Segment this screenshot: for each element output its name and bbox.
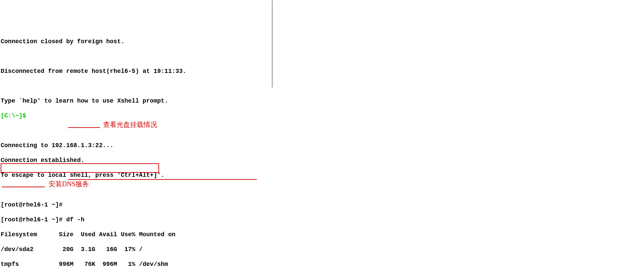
output-line: Disconnected from remote host(rhel6-5) a… [1,67,643,75]
output-line: Connection closed by foreign host. [1,38,643,45]
df-row: tmpfs 996M 76K 996M 1% /dev/shm [1,260,643,268]
annotation-install-dns: 安装DNS服务 [49,180,89,188]
output-blank [1,186,643,194]
shell-prompt[interactable]: [root@rhel6-1 ~]# [1,201,643,209]
df-row: /dev/sda2 20G 3.1G 16G 17% / [1,246,643,253]
highlight-box-sr0 [1,163,159,173]
output-blank [1,53,643,60]
output-blank [1,82,643,90]
annotation-cdrom-mount: 查看光盘挂载情况 [103,121,157,128]
underline-df-command [68,127,100,128]
df-header: Filesystem Size Used Avail Use% Mounted … [1,231,643,238]
terminal-output: Connection closed by foreign host. Disco… [1,30,643,275]
local-prompt[interactable]: [C:\~]$ [1,112,643,119]
output-line: Type `help' to learn how to use Xshell p… [1,97,643,105]
command-df[interactable]: [root@rhel6-1 ~]# df -h [1,216,643,223]
underline-rpm-command-cont [2,187,45,187]
output-blank [1,127,643,134]
underline-rpm-command [68,179,257,180]
scrollbar-thumb[interactable] [272,0,273,88]
output-line: Connecting to 192.168.1.3:22... [1,142,643,149]
output-line: Connection established. [1,157,643,164]
